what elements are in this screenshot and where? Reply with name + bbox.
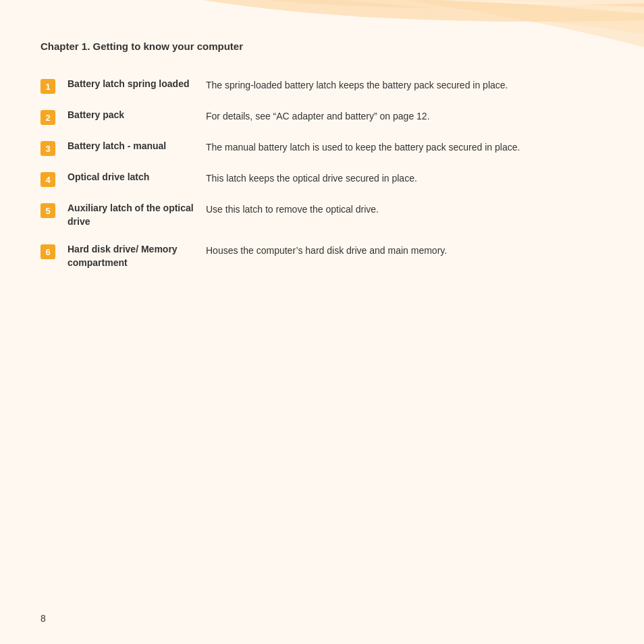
item-badge-3: 3 <box>41 141 55 156</box>
item-label-3: Battery latch - manual <box>68 140 199 153</box>
item-label-6: Hard disk drive/ Memory compartment <box>68 243 199 269</box>
item-description-1: The spring-loaded battery latch keeps th… <box>206 78 603 92</box>
item-badge-1: 1 <box>41 79 55 94</box>
item-description-3: The manual battery latch is used to keep… <box>206 140 603 155</box>
page-number: 8 <box>41 613 46 624</box>
item-row-6: 6 Hard disk drive/ Memory compartment Ho… <box>41 243 603 269</box>
item-label-2: Battery pack <box>68 109 199 122</box>
chapter-header: Chapter 1. Getting to know your computer <box>41 41 603 57</box>
item-description-4: This latch keeps the optical drive secur… <box>206 171 603 186</box>
item-description-5: Use this latch to remove the optical dri… <box>206 202 603 217</box>
item-row-5: 5 Auxiliary latch of the optical drive U… <box>41 202 603 228</box>
page-content: Chapter 1. Getting to know your computer… <box>0 0 644 311</box>
item-description-2: For details, see “AC adapter and battery… <box>206 109 603 124</box>
item-badge-2: 2 <box>41 110 55 125</box>
item-label-1: Battery latch spring loaded <box>68 78 199 91</box>
item-row-3: 3 Battery latch - manual The manual batt… <box>41 140 603 156</box>
item-badge-5: 5 <box>41 203 55 218</box>
item-description-6: Houses the computer’s hard disk drive an… <box>206 243 603 258</box>
item-badge-4: 4 <box>41 172 55 187</box>
item-label-5: Auxiliary latch of the optical drive <box>68 202 199 228</box>
item-badge-6: 6 <box>41 244 55 259</box>
item-row-2: 2 Battery pack For details, see “AC adap… <box>41 109 603 125</box>
item-label-4: Optical drive latch <box>68 171 199 184</box>
item-row-1: 1 Battery latch spring loaded The spring… <box>41 78 603 94</box>
item-row-4: 4 Optical drive latch This latch keeps t… <box>41 171 603 187</box>
items-list: 1 Battery latch spring loaded The spring… <box>41 78 603 269</box>
